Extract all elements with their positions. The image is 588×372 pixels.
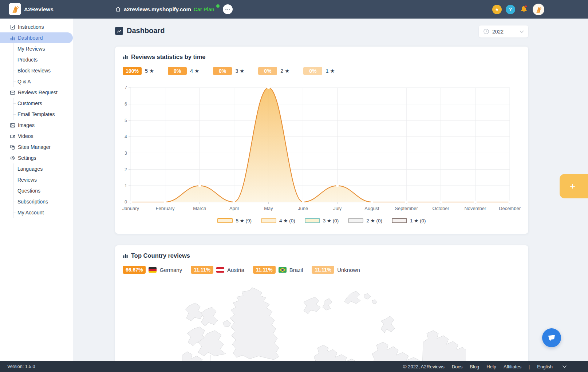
- app-version: Version: 1.5.0: [7, 364, 35, 369]
- footer-bar: Version: 1.5.0 © 2022, A2Reviews DocsBlo…: [0, 361, 588, 372]
- legend-label: 4 ★ (0): [279, 218, 295, 223]
- sidebar-item-videos[interactable]: Videos: [0, 131, 73, 142]
- sidebar-item-my-reviews[interactable]: My Reviews: [0, 43, 73, 54]
- rate-star-button[interactable]: ★: [492, 5, 502, 14]
- sidebar-item-label: Reviews: [17, 177, 37, 183]
- svg-text:5: 5: [125, 118, 127, 123]
- more-options-button[interactable]: [223, 4, 233, 14]
- germany-flag-icon: [149, 267, 157, 273]
- svg-text:January: January: [122, 206, 139, 211]
- legend-item[interactable]: 1 ★ (0): [392, 218, 426, 223]
- topbar-actions: ★ ?: [492, 0, 544, 19]
- language-selector[interactable]: English: [537, 364, 567, 369]
- sidebar-item-email-templates[interactable]: Email Templates: [0, 109, 73, 120]
- sidebar-item-subscriptions[interactable]: Subscriptions: [0, 196, 73, 207]
- sidebar-item-questions[interactable]: Questions: [0, 185, 73, 196]
- sidebar-item-q-a[interactable]: Q & A: [0, 76, 73, 87]
- plus-label: +: [570, 181, 575, 192]
- chart-legend: 5 ★ (9)4 ★ (0)3 ★ (0)2 ★ (0)1 ★ (0): [115, 218, 528, 223]
- rating-stars-label: 5 ★: [145, 68, 154, 74]
- svg-text:December: December: [499, 206, 521, 211]
- top-navbar: A2Reviews a2reviews.myshopify.com Car Pl…: [0, 0, 588, 19]
- rating-percentage-badge: 100%: [123, 67, 142, 75]
- notifications-bell-icon[interactable]: [519, 4, 529, 15]
- world-map: [182, 284, 466, 361]
- sidebar-item-my-account[interactable]: My Account: [0, 207, 73, 218]
- country-card-title: Top Country reviews: [131, 252, 190, 259]
- add-floating-tab[interactable]: +: [560, 174, 588, 198]
- sidebar-item-label: Email Templates: [17, 111, 55, 117]
- legend-label: 1 ★ (0): [410, 218, 426, 223]
- bar-chart-icon: [123, 54, 128, 60]
- footer-link-docs[interactable]: Docs: [452, 364, 463, 369]
- footer-link-blog[interactable]: Blog: [470, 364, 479, 369]
- sidebar-item-settings[interactable]: Settings: [0, 153, 73, 163]
- legend-item[interactable]: 3 ★ (0): [305, 218, 339, 223]
- rating-percentage-badge: 0%: [168, 67, 187, 75]
- country-card-title-row: Top Country reviews: [123, 252, 190, 259]
- svg-text:7: 7: [125, 85, 127, 90]
- sidebar-item-reviews[interactable]: Reviews: [0, 174, 73, 185]
- user-avatar[interactable]: [533, 4, 544, 15]
- sidebar-item-images[interactable]: Images: [0, 120, 73, 131]
- country-percentage-badge: 11.11%: [191, 266, 213, 274]
- legend-swatch: [261, 218, 276, 223]
- rating-badge-group: 0%3 ★: [213, 67, 244, 75]
- legend-item[interactable]: 5 ★ (9): [217, 218, 252, 223]
- svg-text:1: 1: [125, 183, 127, 188]
- brand-name: A2Reviews: [24, 0, 54, 19]
- svg-text:April: April: [229, 206, 239, 211]
- sidebar-item-customers[interactable]: Customers: [0, 98, 73, 109]
- footer-divider: |: [529, 364, 530, 369]
- sidebar-item-sites-manager[interactable]: Sites Manager: [0, 142, 73, 153]
- chevron-down-icon: [520, 30, 524, 33]
- svg-text:2: 2: [125, 167, 127, 172]
- chart-icon: [9, 35, 15, 41]
- sidebar-item-dashboard[interactable]: Dashboard: [0, 32, 73, 43]
- sidebar-item-label: My Reviews: [17, 46, 45, 52]
- footer-links: © 2022, A2Reviews DocsBlogHelpAffiliates…: [403, 364, 567, 369]
- footer-link-help[interactable]: Help: [486, 364, 496, 369]
- chat-widget-button[interactable]: [542, 328, 561, 347]
- year-value: 2022: [492, 29, 517, 35]
- legend-swatch: [305, 218, 320, 223]
- avatar-logo-icon: [534, 5, 542, 13]
- legend-item[interactable]: 4 ★ (0): [261, 218, 295, 223]
- page-title: Dashboard: [127, 27, 165, 35]
- sidebar-item-label: Images: [18, 122, 35, 128]
- store-domain: a2reviews.myshopify.com: [124, 6, 191, 12]
- rating-percentage-badge: 0%: [258, 67, 277, 75]
- country-badges-row: 66.67%Germany11.11%Austria11.11%Brazil11…: [123, 266, 360, 274]
- dashboard-trend-icon: [115, 27, 123, 35]
- video-icon: [9, 133, 15, 139]
- sidebar-item-label: Block Reviews: [17, 68, 51, 74]
- help-button[interactable]: ?: [506, 5, 515, 14]
- footer-links-list: DocsBlogHelpAffiliates: [452, 364, 521, 369]
- sidebar-item-instructions[interactable]: Instructions: [0, 21, 73, 32]
- rating-percentage-badge: 0%: [213, 67, 232, 75]
- a2reviews-logo-icon: [10, 4, 20, 14]
- sidebar-item-label: Customers: [17, 100, 42, 106]
- sidebar-item-label: Questions: [17, 188, 40, 194]
- country-percentage-badge: 66.67%: [123, 266, 146, 274]
- rating-badge-group: 100%5 ★: [123, 67, 154, 75]
- rating-stars-label: 3 ★: [235, 68, 244, 74]
- image-icon: [9, 122, 15, 128]
- sidebar-item-label: Products: [17, 57, 38, 63]
- sidebar-item-block-reviews[interactable]: Block Reviews: [0, 65, 73, 76]
- year-select[interactable]: 2022: [479, 25, 528, 37]
- app-logo: [9, 3, 21, 15]
- svg-text:August: August: [364, 206, 379, 211]
- legend-item[interactable]: 2 ★ (0): [348, 218, 382, 223]
- sidebar-item-languages[interactable]: Languages: [0, 163, 73, 174]
- footer-link-affiliates[interactable]: Affiliates: [504, 364, 521, 369]
- sidebar-item-label: Instructions: [18, 24, 44, 30]
- rating-stars-label: 2 ★: [280, 68, 289, 74]
- svg-text:6: 6: [125, 102, 127, 107]
- sidebar-item-reviews-request[interactable]: Reviews Request: [0, 87, 73, 98]
- svg-text:June: June: [298, 206, 308, 211]
- chevron-down-icon: [562, 365, 567, 368]
- sidebar-item-products[interactable]: Products: [0, 54, 73, 65]
- svg-text:February: February: [156, 206, 175, 211]
- rating-badges-row: 100%5 ★0%4 ★0%3 ★0%2 ★0%1 ★: [123, 67, 335, 75]
